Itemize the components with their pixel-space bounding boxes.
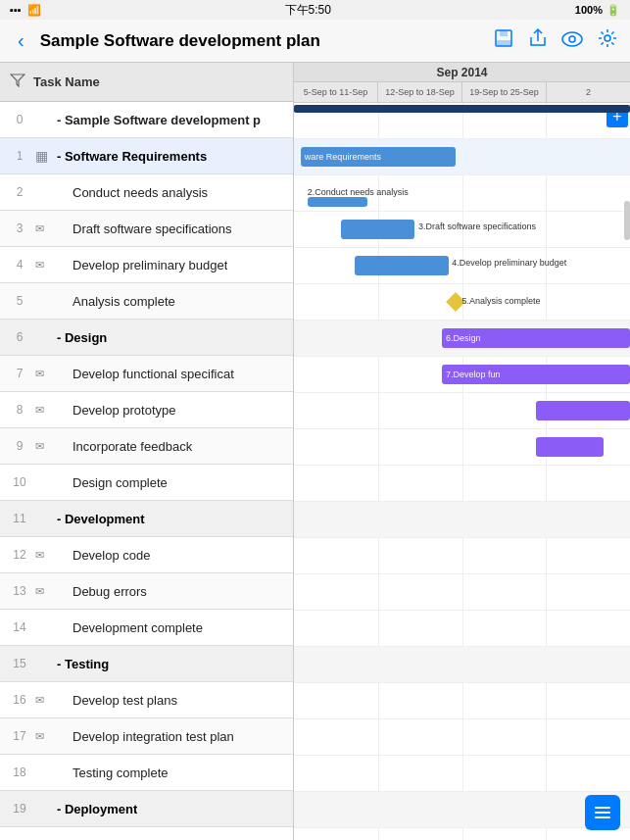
task-panel: Task Name 0 - Sample Software developmen…	[0, 63, 294, 840]
svg-rect-1	[500, 30, 508, 36]
table-row: 1 ▦ - Software Requirements	[0, 138, 293, 174]
svg-point-5	[605, 35, 610, 41]
gantt-bar-7: 7.Develop fun	[442, 365, 630, 384]
gantt-row-11	[294, 502, 630, 538]
gantt-bar-requirements: ware Requirements	[301, 147, 456, 167]
row-label: - Sample Software development p	[57, 113, 261, 127]
status-bar: ▪▪▪ 📶 下午5:50 100% 🔋	[0, 0, 630, 20]
row-label: Analysis complete	[73, 294, 175, 309]
gantt-row-20	[294, 828, 630, 840]
bar-label-3: 3.Draft software specifications	[418, 222, 536, 231]
row-number: 2	[8, 185, 31, 199]
gantt-week-4: 2	[547, 82, 630, 102]
signal-icon: ▪▪▪	[10, 4, 22, 16]
table-row: 16 ✉ Develop test plans	[0, 682, 293, 718]
gantt-row-18	[294, 756, 630, 792]
row-number: 11	[8, 512, 31, 525]
gantt-row-19	[294, 792, 630, 828]
row-label: Draft software specifications	[73, 222, 232, 236]
bar-label-2: 2.Conduct needs analysis	[308, 187, 409, 197]
row-label: Develop code	[73, 548, 151, 563]
gantt-scrollbar[interactable]	[624, 201, 630, 240]
bar-label-5: 5.Analysis complete	[462, 296, 541, 306]
row-number: 19	[8, 802, 31, 815]
email-icon: ✉	[35, 730, 53, 743]
email-icon: ✉	[35, 222, 53, 235]
table-row: 8 ✉ Develop prototype	[0, 392, 293, 428]
bottom-action-button[interactable]	[585, 795, 620, 830]
bar-label-4: 4.Develop preliminary budget	[452, 258, 566, 268]
row-label: - Software Requirements	[57, 149, 207, 164]
filter-icon[interactable]	[10, 74, 25, 91]
gantt-month: Sep 2014	[294, 63, 630, 82]
gantt-row-12	[294, 538, 630, 574]
row-number: 9	[8, 439, 31, 453]
gantt-row-6: 6.Design	[294, 321, 630, 357]
toolbar-actions	[493, 27, 618, 54]
row-label: Develop prototype	[73, 403, 176, 418]
row-label: Testing complete	[73, 766, 169, 780]
email-icon: ✉	[35, 585, 53, 598]
gantt-row-5: 5.Analysis complete	[294, 284, 630, 321]
battery-percent: 100%	[575, 4, 603, 16]
row-label: - Development	[57, 512, 145, 526]
gantt-weeks-row: 5-Sep to 11-Sep 12-Sep to 18-Sep 19-Sep …	[294, 82, 630, 102]
gantt-row-2: 2.Conduct needs analysis	[294, 175, 630, 212]
view-button[interactable]	[561, 29, 583, 52]
task-list[interactable]: 0 - Sample Software development p 1 ▦ - …	[0, 102, 293, 840]
gantt-row-9	[294, 429, 630, 466]
email-icon: ✉	[35, 549, 53, 562]
table-row: 20 ✉	[0, 827, 293, 840]
status-right: 100% 🔋	[575, 4, 620, 17]
gantt-row-1: ware Requirements	[294, 139, 630, 175]
row-label: Design complete	[73, 475, 168, 490]
table-row: 4 ✉ Develop preliminary budget	[0, 247, 293, 283]
row-number: 17	[8, 729, 31, 743]
table-row: 15 - Testing	[0, 646, 293, 682]
wifi-icon: 📶	[27, 4, 41, 17]
section-bar	[294, 105, 630, 113]
row-number: 10	[8, 475, 31, 489]
gantt-week-1: 5-Sep to 11-Sep	[294, 82, 378, 102]
email-icon: ✉	[35, 259, 53, 272]
email-icon: ✉	[35, 694, 53, 707]
back-button[interactable]: ‹	[12, 25, 30, 56]
gantt-bar-3	[341, 220, 414, 239]
row-number: 0	[8, 113, 31, 126]
share-button[interactable]	[528, 27, 548, 54]
svg-rect-2	[497, 40, 510, 46]
gantt-row-17	[294, 719, 630, 756]
table-row: 7 ✉ Develop functional specificat	[0, 356, 293, 392]
save-button[interactable]	[493, 27, 514, 54]
row-number: 6	[8, 330, 31, 344]
row-label: Develop test plans	[73, 693, 177, 708]
email-icon: ✉	[35, 440, 53, 453]
status-time: 下午5:50	[285, 2, 331, 19]
row-label: Debug errors	[73, 584, 147, 599]
row-label: Develop preliminary budget	[73, 258, 227, 272]
gantt-row-10	[294, 466, 630, 502]
gantt-bar-2	[308, 197, 368, 207]
email-icon: ✉	[35, 368, 53, 380]
gantt-week-2: 12-Sep to 18-Sep	[378, 82, 462, 102]
gantt-row-16	[294, 683, 630, 719]
table-row: 11 - Development	[0, 501, 293, 537]
svg-rect-7	[595, 812, 610, 814]
gantt-body: ware Requirements 2.Conduct needs analys…	[294, 103, 630, 840]
row-number: 18	[8, 766, 31, 779]
gantt-row-3: 3.Draft software specifications	[294, 212, 630, 248]
table-row: 5 Analysis complete	[0, 283, 293, 320]
row-label: - Testing	[57, 657, 109, 671]
svg-point-4	[569, 36, 575, 42]
battery-icon: 🔋	[606, 4, 620, 17]
bar-label: 7.Develop fun	[446, 370, 501, 379]
row-number: 15	[8, 657, 31, 670]
bar-label: ware Requirements	[305, 152, 381, 162]
svg-point-3	[562, 32, 582, 46]
gantt-week-3: 19-Sep to 25-Sep	[462, 82, 547, 102]
status-left: ▪▪▪ 📶	[10, 4, 41, 17]
row-number: 3	[8, 222, 31, 235]
row-label: Development complete	[73, 620, 203, 635]
settings-button[interactable]	[597, 27, 618, 54]
row-number: 7	[8, 367, 31, 380]
